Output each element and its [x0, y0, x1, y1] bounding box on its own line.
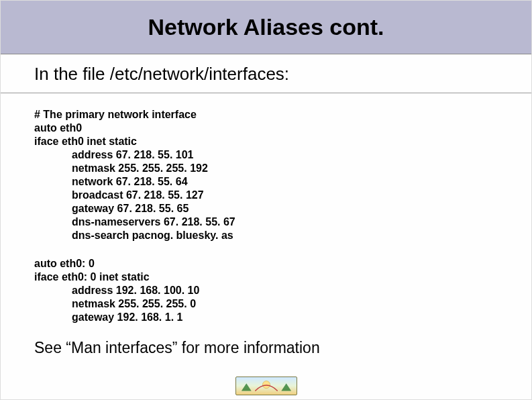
- cfg-line: address 192. 168. 100. 10: [34, 284, 504, 297]
- slide-title: Network Aliases cont.: [148, 14, 384, 40]
- cfg-line: broadcast 67. 218. 55. 127: [34, 189, 504, 202]
- cfg-line: dns-search pacnog. bluesky. as: [34, 229, 504, 242]
- cfg-line: gateway 192. 168. 1. 1: [34, 311, 504, 324]
- slide: Network Aliases cont. In the file /etc/n…: [0, 0, 532, 400]
- cfg-line: address 67. 218. 55. 101: [34, 148, 504, 162]
- config-block-alias: auto eth0: 0 iface eth0: 0 inet static a…: [34, 257, 504, 324]
- cfg-line: dns-nameservers 67. 218. 55. 67: [34, 215, 504, 229]
- cfg-line: gateway 67. 218. 55. 65: [34, 202, 504, 215]
- cfg-comment: # The primary network interface: [34, 109, 197, 120]
- closing-text: See “Man interfaces” for more informatio…: [34, 339, 504, 357]
- cfg-iface: iface eth0 inet static: [34, 136, 137, 147]
- svg-point-1: [262, 381, 270, 389]
- content-area: # The primary network interface auto eth…: [1, 93, 531, 357]
- cfg-auto: auto eth0: 0: [34, 258, 95, 269]
- subhead-row: In the file /etc/network/interfaces:: [1, 54, 531, 93]
- cfg-iface: iface eth0: 0 inet static: [34, 271, 150, 283]
- cfg-line: network 67. 218. 55. 64: [34, 175, 504, 189]
- cfg-line: netmask 255. 255. 255. 0: [34, 297, 504, 311]
- cfg-auto: auto eth0: [34, 122, 82, 134]
- subhead-text: In the file /etc/network/interfaces:: [34, 64, 504, 85]
- footer-logo: [235, 377, 297, 395]
- title-bar: Network Aliases cont.: [1, 1, 531, 54]
- logo-icon: [236, 377, 297, 395]
- cfg-line: netmask 255. 255. 255. 192: [34, 162, 504, 175]
- config-block-primary: # The primary network interface auto eth…: [34, 108, 504, 242]
